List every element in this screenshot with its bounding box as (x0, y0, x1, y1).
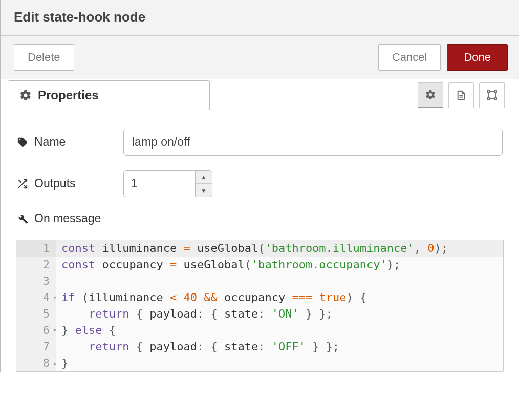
bounding-box-icon (486, 89, 498, 101)
editor-line[interactable]: 2const occupancy = useGlobal('bathroom.o… (16, 257, 503, 273)
gear-icon (425, 89, 436, 100)
editor-line[interactable]: 5 return { payload: { state: 'ON' } }; (16, 306, 503, 322)
gear-icon (19, 89, 32, 101)
line-number: 5 (16, 306, 56, 322)
name-row: Name (17, 129, 503, 156)
outputs-spinner: ▲ ▼ (195, 170, 212, 197)
code-editor[interactable]: 1const illuminance = useGlobal('bathroom… (16, 240, 504, 371)
code-content[interactable]: const occupancy = useGlobal('bathroom.oc… (56, 257, 503, 273)
name-label: Name (17, 135, 123, 149)
description-view-button[interactable] (448, 82, 474, 108)
editor-line[interactable]: 1const illuminance = useGlobal('bathroom… (16, 240, 503, 257)
svg-rect-4 (494, 91, 496, 93)
properties-form: Name Outputs ▲ ▼ (1, 110, 519, 240)
onmessage-label: On message (17, 212, 101, 225)
panel-toolbar: Delete Cancel Done (1, 36, 519, 79)
delete-button[interactable]: Delete (14, 44, 74, 71)
line-number: 6▾ (16, 322, 56, 339)
editor-line[interactable]: 6▾} else { (16, 322, 503, 339)
tab-strip: Properties (1, 79, 519, 110)
line-number: 7 (16, 339, 56, 355)
editor-line[interactable]: 4▾if (illuminance < 40 && occupancy === … (16, 289, 503, 306)
tab-properties[interactable]: Properties (8, 80, 210, 110)
line-number: 3 (16, 273, 56, 289)
code-content[interactable]: if (illuminance < 40 && occupancy === tr… (56, 289, 503, 306)
line-number: 4▾ (16, 289, 56, 306)
tab-icon-buttons (418, 80, 505, 110)
editor-line[interactable]: 7 return { payload: { state: 'OFF' } }; (16, 339, 503, 355)
panel-title: Edit state-hook node (1, 0, 519, 36)
code-content[interactable]: } (56, 355, 503, 371)
svg-line-9 (19, 180, 21, 183)
line-number: 2 (16, 257, 56, 273)
edit-node-panel: Edit state-hook node Delete Cancel Done … (0, 0, 519, 372)
properties-view-button[interactable] (418, 82, 443, 108)
line-number: 8▴ (16, 355, 56, 371)
tag-icon (17, 137, 28, 148)
outputs-input[interactable] (123, 170, 195, 197)
outputs-row: Outputs ▲ ▼ (17, 170, 503, 197)
spin-up-button[interactable]: ▲ (196, 171, 212, 184)
code-content[interactable]: return { payload: { state: 'OFF' } }; (56, 339, 503, 355)
cancel-button[interactable]: Cancel (378, 44, 441, 71)
tab-label: Properties (38, 88, 99, 102)
code-content[interactable]: } else { (56, 322, 503, 339)
editor-line[interactable]: 3 (16, 273, 503, 289)
name-input[interactable] (123, 129, 503, 156)
line-number: 1 (16, 240, 56, 257)
svg-rect-3 (487, 91, 489, 93)
done-button[interactable]: Done (447, 44, 508, 71)
onmessage-row: On message (17, 212, 503, 225)
code-content[interactable]: return { payload: { state: 'ON' } }; (56, 306, 503, 322)
svg-rect-5 (487, 98, 489, 100)
appearance-view-button[interactable] (479, 82, 505, 108)
code-content[interactable]: const illuminance = useGlobal('bathroom.… (56, 240, 503, 257)
fold-marker-icon[interactable]: ▴ (53, 358, 57, 368)
code-content[interactable] (56, 273, 503, 289)
editor-line[interactable]: 8▴} (16, 355, 503, 371)
svg-rect-6 (494, 98, 496, 100)
fold-marker-icon[interactable]: ▾ (53, 293, 57, 303)
file-icon (456, 90, 467, 101)
fold-marker-icon[interactable]: ▾ (53, 325, 57, 335)
outputs-label: Outputs (17, 177, 123, 191)
wrench-icon (17, 213, 28, 224)
shuffle-icon (17, 178, 28, 190)
spin-down-button[interactable]: ▼ (196, 184, 212, 197)
